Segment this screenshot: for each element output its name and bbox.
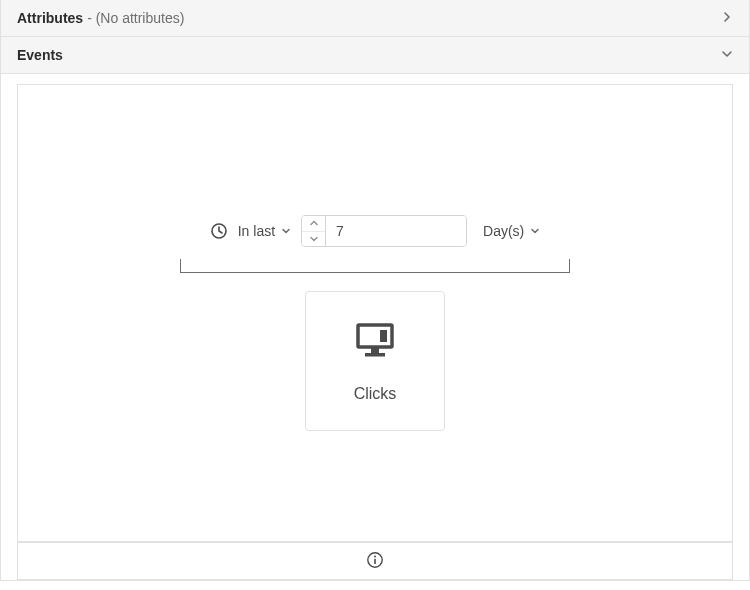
attributes-subtitle: - (No attributes) — [87, 10, 184, 26]
time-unit-dropdown[interactable]: Day(s) — [483, 223, 540, 239]
quantity-value[interactable]: 7 — [326, 216, 466, 246]
time-range-label: In last — [238, 223, 275, 239]
monitor-icon — [353, 320, 397, 363]
stepper-up-button[interactable] — [302, 216, 325, 232]
stepper-down-button[interactable] — [302, 232, 325, 247]
chevron-up-icon — [310, 220, 318, 226]
svg-rect-7 — [374, 558, 376, 563]
svg-rect-3 — [371, 347, 379, 353]
info-bar — [17, 542, 733, 580]
chevron-down-icon — [721, 47, 733, 63]
time-range-dropdown[interactable]: In last — [238, 223, 291, 239]
event-card-clicks[interactable]: Clicks — [305, 291, 445, 431]
chevron-down-icon — [281, 223, 291, 239]
chevron-down-icon — [530, 223, 540, 239]
events-canvas: In last 7 Day(s) — [17, 84, 733, 542]
svg-rect-2 — [380, 330, 387, 342]
events-panel-body: In last 7 Day(s) — [0, 74, 750, 542]
events-panel-header[interactable]: Events — [0, 37, 750, 74]
attributes-title: Attributes — [17, 10, 83, 26]
time-unit-label: Day(s) — [483, 223, 524, 239]
event-card-label: Clicks — [354, 385, 397, 403]
info-icon[interactable] — [366, 551, 384, 572]
chevron-right-icon — [721, 10, 733, 26]
quantity-stepper[interactable]: 7 — [301, 215, 467, 247]
attributes-panel-header[interactable]: Attributes - (No attributes) — [0, 0, 750, 37]
svg-rect-4 — [365, 353, 385, 357]
time-bracket — [180, 259, 570, 273]
svg-point-6 — [374, 555, 376, 557]
events-title: Events — [17, 47, 63, 63]
time-filter-row: In last 7 Day(s) — [210, 215, 541, 247]
clock-icon — [210, 222, 228, 240]
chevron-down-icon — [310, 236, 318, 242]
